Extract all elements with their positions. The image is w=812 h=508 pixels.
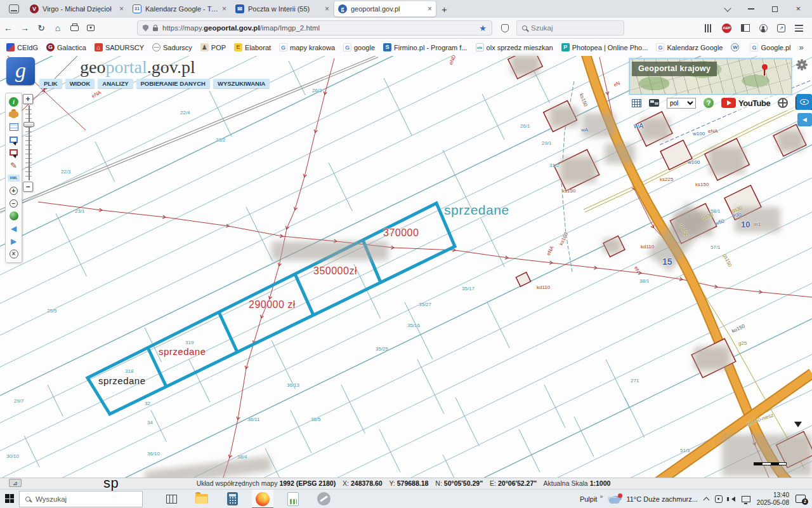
pan-tool[interactable]	[6, 108, 22, 121]
bookmark-elaborat[interactable]: Elaborat	[234, 43, 271, 51]
clock[interactable]: 13:402025-05-08	[757, 491, 789, 507]
bookmark-google[interactable]: Google.pl	[750, 43, 790, 51]
attribute-table-tool[interactable]	[6, 121, 22, 133]
firefox-view-icon[interactable]	[9, 4, 19, 13]
language-select[interactable]: pol	[667, 98, 696, 109]
zoom-in-button[interactable]: +	[23, 94, 33, 104]
new-tab-button[interactable]: +	[442, 4, 447, 15]
layers-grid-icon[interactable]	[632, 99, 641, 107]
measure-tool[interactable]	[6, 159, 22, 171]
export-icon[interactable]: ⊿	[9, 479, 22, 487]
overview-map[interactable]: Geoportal krajowy	[629, 58, 792, 95]
tab-3[interactable]: Poczta w Interii (55)×	[232, 1, 333, 17]
quick-search-box[interactable]: Szukaj	[516, 20, 624, 36]
explorer-taskbar-button[interactable]	[191, 490, 213, 508]
weather-text[interactable]: 11°C Duże zachmurz...	[626, 495, 697, 503]
minimap-icon[interactable]	[649, 99, 659, 107]
bookmark-pop[interactable]: POP	[200, 43, 226, 51]
desktop-toolbar[interactable]: Pulpit	[580, 495, 598, 503]
zoom-in-tool[interactable]	[6, 184, 22, 197]
tab-2[interactable]: Kalendarz Google - Tydzień, w …×	[129, 1, 230, 17]
help-icon[interactable]: ?	[704, 98, 714, 108]
start-button[interactable]	[0, 490, 19, 508]
notification-icon[interactable]: 2	[796, 495, 806, 503]
menu-pobieranie-danych[interactable]: POBIERANIE DANYCH	[136, 79, 210, 88]
bookmarks-overflow-chevron[interactable]: »	[799, 43, 804, 52]
globe-tool[interactable]	[6, 210, 22, 222]
bookmark-google[interactable]: google	[343, 43, 375, 51]
bookmark-galactica[interactable]: Galactica	[46, 43, 86, 51]
prev-view-tool[interactable]	[6, 222, 22, 235]
select-blue-tool[interactable]	[6, 133, 22, 146]
xml-tool[interactable]	[6, 171, 22, 184]
calculator-taskbar-button[interactable]	[221, 490, 243, 508]
extension-icon[interactable]	[777, 24, 785, 32]
select-red-tool[interactable]	[6, 146, 22, 159]
network-display-icon[interactable]	[742, 496, 750, 502]
libre-calc-taskbar-button[interactable]	[282, 490, 304, 508]
youtube-link[interactable]: YouTube	[721, 98, 770, 108]
menu-analizy[interactable]: ANALIZY	[98, 79, 133, 88]
bookmark-globe[interactable]: Sadurscy	[152, 43, 192, 51]
menu-wyszukiwania[interactable]: WYSZUKIWANIA	[213, 79, 270, 88]
pocket-icon[interactable]	[501, 24, 509, 32]
print-icon[interactable]	[66, 25, 82, 31]
tab-close-icon[interactable]: ×	[218, 4, 226, 13]
maximize-icon[interactable]	[772, 6, 778, 12]
minimize-icon[interactable]	[748, 8, 754, 10]
bookmark-google[interactable]: mapy krakowa	[279, 43, 335, 51]
paint-taskbar-button[interactable]	[313, 490, 334, 508]
firefox-taskbar-button[interactable]	[252, 490, 273, 508]
close-window-icon[interactable]: ×	[796, 6, 801, 12]
home-icon[interactable]: ⌂	[49, 23, 66, 33]
task-view-taskbar-button[interactable]	[160, 490, 182, 508]
map-canvas[interactable]: 22/322/423/123/225/526/326/129/131/261/1…	[0, 56, 812, 478]
speaker-icon[interactable]	[729, 497, 735, 502]
map-more-arrow-icon[interactable]	[794, 422, 802, 431]
tab-list-chevron-icon[interactable]	[724, 4, 731, 11]
zoom-handle[interactable]	[23, 122, 34, 127]
tracking-shield-icon[interactable]	[143, 25, 148, 32]
screenshot-icon[interactable]	[82, 25, 99, 31]
forward-icon[interactable]: →	[16, 23, 33, 33]
menu-plik[interactable]: PLIK	[39, 79, 62, 88]
url-bar[interactable]: https://mapy.geoportal.gov.pl/imap/Imgp_…	[137, 20, 492, 36]
zoom-out-tool[interactable]	[6, 197, 22, 210]
menu-hamburger-icon[interactable]	[795, 25, 803, 32]
zoom-slider[interactable]: + −	[23, 94, 34, 192]
bookmark-star-icon[interactable]: ★	[479, 23, 487, 33]
bookmark-wordpress[interactable]	[731, 43, 742, 51]
gear-icon[interactable]	[798, 61, 806, 69]
desktop-more-chevron[interactable]: »	[599, 493, 603, 500]
geoportal-logo[interactable]: g	[6, 57, 35, 85]
tab-close-icon[interactable]: ×	[424, 4, 432, 13]
sidebar-icon[interactable]	[741, 24, 750, 32]
bookmark-google[interactable]: Kalendarz Google	[656, 43, 723, 51]
library-icon[interactable]	[705, 24, 712, 32]
back-icon[interactable]: ←	[0, 23, 16, 33]
visibility-button[interactable]	[796, 94, 812, 110]
bookmark-firmino[interactable]: Firmino.pl - Program f...	[383, 43, 468, 51]
zoom-out-button[interactable]: −	[23, 182, 33, 192]
tray-expand-chevron-icon[interactable]	[703, 497, 709, 503]
next-view-tool[interactable]	[6, 235, 22, 248]
reload-icon[interactable]: ↻	[33, 23, 49, 33]
panel-toggle-button[interactable]: ◄	[797, 113, 812, 126]
tab-4[interactable]: geoportal.gov.pl×	[334, 1, 436, 17]
account-icon[interactable]	[759, 24, 768, 32]
weather-icon[interactable]	[609, 498, 620, 504]
bookmark-olx[interactable]: olx sprzedz mieszkan	[476, 43, 553, 51]
bookmark-sadurscy[interactable]: SADURSCY	[95, 43, 144, 51]
tray-app-icon[interactable]	[715, 495, 723, 503]
accessibility-wheel-icon[interactable]	[778, 98, 788, 108]
full-extent-tool[interactable]	[6, 248, 22, 260]
tab-close-icon[interactable]: ×	[115, 4, 124, 13]
bookmark-ceidg[interactable]: CEIdG	[6, 43, 38, 51]
tab-1[interactable]: Virgo - Michał Dzięcioł×	[26, 1, 128, 17]
adblock-icon[interactable]: ABP	[722, 23, 731, 33]
menu-widok[interactable]: WIDOK	[65, 79, 95, 88]
highlighted-parcels[interactable]	[88, 203, 455, 414]
tab-close-icon[interactable]: ×	[321, 4, 329, 13]
taskbar-search[interactable]: Wyszukaj	[19, 491, 143, 507]
zoom-track[interactable]	[25, 105, 32, 180]
